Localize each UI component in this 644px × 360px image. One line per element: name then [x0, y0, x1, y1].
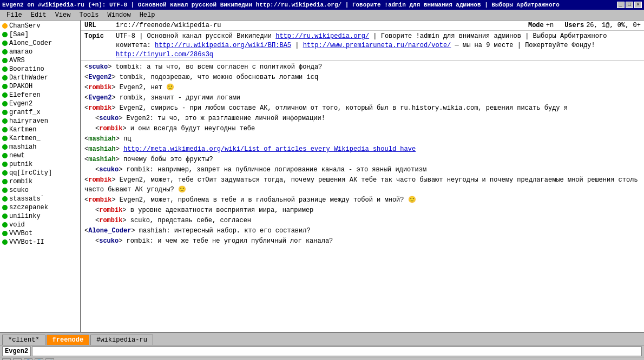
bracket: >: [116, 135, 120, 143]
nick[interactable]: scuko: [99, 115, 119, 122]
chat-line: <rombik> Evgen2, может, проблема в тебе …: [84, 195, 641, 205]
username: szczepanek: [9, 204, 48, 211]
sidebar-user[interactable]: szczepanek: [0, 203, 80, 212]
message-text: http://meta.wikimedia.org/wiki/List_of_a…: [120, 145, 416, 153]
status-icon-link[interactable]: 🔗: [45, 358, 54, 361]
nick[interactable]: rombik: [88, 84, 111, 91]
message-text: и они всегда будут неугодны тебе: [127, 125, 255, 132]
user-status-icon: [2, 162, 8, 167]
sidebar-user[interactable]: VVVBot-II: [0, 238, 80, 246]
tab--wikipedia-ru[interactable]: #wikipedia-ru: [90, 335, 153, 345]
nick[interactable]: Alone_Coder: [88, 227, 131, 235]
status-icon-globe[interactable]: 🌐: [35, 358, 43, 361]
sidebar-user[interactable]: DarthWader: [0, 74, 80, 82]
sidebar-user[interactable]: scuko: [0, 186, 80, 195]
sidebar-user[interactable]: Kartmen_: [0, 134, 80, 143]
sidebar-user[interactable]: [Sae]: [0, 30, 80, 39]
chat-input[interactable]: [32, 346, 642, 356]
username: grantf_x: [9, 109, 41, 116]
tab--client-[interactable]: *client*: [2, 335, 45, 345]
nick[interactable]: Evgen2: [88, 94, 111, 102]
status-icon-envelope[interactable]: ✉: [2, 358, 11, 361]
topic-link[interactable]: http://www.premiaruneta.ru/narod/vote/: [303, 42, 451, 49]
close-button[interactable]: ×: [634, 2, 642, 8]
topic-link[interactable]: http://ru.wikipedia.org/wiki/ВП:ВА5: [155, 42, 291, 49]
sidebar-user[interactable]: hairyraven: [0, 117, 80, 125]
bracket: >: [122, 217, 126, 224]
user-status-icon: [2, 127, 8, 132]
tab-freenode[interactable]: freenode: [47, 335, 90, 345]
username: newt: [9, 152, 25, 159]
sidebar-user[interactable]: putnik: [0, 160, 80, 169]
user-status-icon: [2, 84, 8, 89]
sidebar-user[interactable]: AVRS: [0, 56, 80, 65]
sidebar-user[interactable]: Kartmen: [0, 125, 80, 134]
nick[interactable]: rombik: [99, 217, 122, 224]
user-status-icon: [2, 41, 8, 46]
mode-label: Mode: [528, 22, 544, 29]
menu-file[interactable]: File: [2, 10, 27, 20]
menu-window[interactable]: Window: [103, 10, 135, 20]
status-icon-person[interactable]: 👤: [24, 358, 32, 361]
minimize-button[interactable]: _: [617, 2, 625, 8]
topic-link[interactable]: http://tinyurl.com/286s3q: [116, 51, 213, 58]
sidebar-user[interactable]: DPAKOH: [0, 82, 80, 91]
chat-line: <Alone_Coder> mashiah: интересный набор.…: [84, 226, 641, 236]
bracket: >: [111, 94, 115, 102]
menu-view[interactable]: View: [51, 10, 75, 20]
username: ChanServ: [9, 22, 41, 30]
sidebar-user[interactable]: Booratino: [0, 65, 80, 74]
sidebar-user[interactable]: unilinky: [0, 212, 80, 221]
sidebar-user[interactable]: mashiah: [0, 143, 80, 151]
sidebar-user[interactable]: qq[IrcCity]: [0, 169, 80, 177]
nick[interactable]: scuko: [99, 237, 119, 245]
topic-link[interactable]: http://ru.wikipedia.org/: [275, 32, 369, 40]
sidebar-user[interactable]: Evgen2: [0, 99, 80, 108]
sidebar-user[interactable]: stassats`: [0, 195, 80, 203]
sidebar-user[interactable]: Eleferen: [0, 91, 80, 99]
user-status-icon: [2, 205, 8, 210]
sidebar-user[interactable]: void: [0, 221, 80, 229]
maximize-button[interactable]: □: [626, 2, 633, 8]
menu-edit[interactable]: Edit: [27, 10, 51, 20]
message-text: Evgen2, смирись - при любом составе АК, …: [116, 104, 568, 112]
nick[interactable]: scuko: [88, 63, 108, 71]
sidebar-user[interactable]: newt: [0, 151, 80, 160]
nick[interactable]: rombik: [99, 206, 122, 214]
message-text: scuko, представь себе, согласен: [127, 217, 251, 224]
user-status-icon: [2, 58, 8, 63]
message-text: tombik, подозреваю, что можно обосновать…: [116, 74, 318, 81]
nick[interactable]: Evgen2: [88, 74, 111, 81]
nick[interactable]: rombik: [99, 125, 122, 132]
chat-link[interactable]: http://meta.wikimedia.org/wiki/List_of_a…: [123, 145, 416, 153]
menu-help[interactable]: Help: [135, 10, 160, 20]
nick[interactable]: rombik: [88, 196, 111, 204]
nick[interactable]: mashiah: [88, 135, 115, 143]
username: Kartmen: [9, 126, 36, 134]
nick[interactable]: rombik: [88, 176, 111, 184]
title-bar: Evgen2 on #wikipedia-ru (+n): UTF-8 | Ос…: [0, 0, 644, 10]
username: stassats`: [9, 195, 44, 203]
sidebar-user[interactable]: ChanServ: [0, 22, 80, 30]
nick[interactable]: scuko: [99, 166, 119, 174]
user-status-icon: [2, 92, 8, 98]
username: Booratino: [9, 65, 44, 73]
message-text: Evgen2, нет 🙂: [116, 84, 175, 91]
sidebar-user[interactable]: amarao: [0, 48, 80, 56]
status-icon-home[interactable]: ⌂: [13, 358, 22, 361]
chat-line: <rombik> scuko, представь себе, согласен: [84, 216, 641, 225]
menu-tools[interactable]: Tools: [75, 10, 103, 20]
sidebar-user[interactable]: VVVBot: [0, 229, 80, 238]
nick[interactable]: mashiah: [88, 156, 115, 163]
title-bar-buttons[interactable]: _ □ ×: [617, 2, 642, 8]
sidebar-user[interactable]: grantf_x: [0, 108, 80, 117]
url-label: URL: [84, 22, 111, 29]
nick[interactable]: rombik: [88, 104, 111, 112]
status-bar: ✉ ⌂ 👤 🌐 🔗 Welcome to ChatZilla!: [0, 357, 644, 360]
topic-text: UTF-8 | Основной канал русской Википедии…: [116, 32, 641, 59]
username: amarao: [9, 48, 32, 56]
sidebar-user[interactable]: Alone_Coder: [0, 39, 80, 48]
sidebar-user[interactable]: rombik: [0, 177, 80, 186]
nick[interactable]: mashiah: [88, 145, 115, 153]
message-text: в уровне адекватности восприятия мира, н…: [127, 206, 314, 214]
